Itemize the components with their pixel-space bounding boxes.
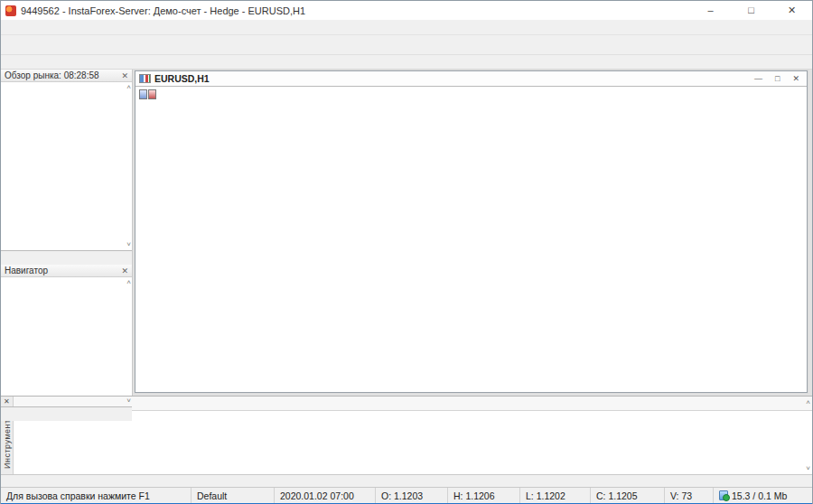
one-click-buy-icon[interactable] <box>148 89 156 99</box>
market-watch-body: ˄ ˅ <box>1 82 132 265</box>
status-volume: V: 73 <box>664 488 713 503</box>
status-traffic: 15.3 / 0.1 Mb <box>713 488 812 503</box>
one-click-trading-icon[interactable] <box>139 89 156 99</box>
chart-close-icon[interactable]: ✕ <box>792 74 799 83</box>
navigator-close-icon[interactable]: ✕ <box>121 266 128 275</box>
title-bar: 9449562 - InstaForex-Server: Демо-счет -… <box>1 1 812 20</box>
toolbox-close-icon[interactable]: ✕ <box>4 397 10 406</box>
calendar-header-row <box>14 397 812 411</box>
market-watch-header: Обзор рынка: 08:28:58 ✕ <box>1 70 132 82</box>
chart-icon <box>139 74 151 83</box>
status-low: L: 1.1202 <box>519 488 590 503</box>
window-controls: – □ ✕ <box>690 1 812 20</box>
status-datetime: 2020.01.02 07:00 <box>274 488 375 503</box>
timeframe-bar <box>1 55 812 70</box>
one-click-sell-icon[interactable] <box>139 89 147 99</box>
window-title: 9449562 - InstaForex-Server: Демо-счет -… <box>21 5 305 16</box>
nav-scroll-down-icon[interactable]: ˅ <box>126 397 131 405</box>
toolbar <box>1 35 812 55</box>
toolbox-side-label: Инструменты <box>3 413 12 469</box>
chart-window-controls: — □ ✕ <box>754 74 803 83</box>
status-open: O: 1.1203 <box>375 488 447 503</box>
market-watch-tabs <box>1 250 132 265</box>
navigator-header: Навигатор ✕ <box>1 265 132 277</box>
price-chart[interactable] <box>136 87 807 392</box>
navigator-title: Навигатор <box>5 266 48 275</box>
status-bar: Для вызова справки нажмите F1 Default 20… <box>1 487 812 503</box>
status-profile[interactable]: Default <box>191 488 274 503</box>
mt5-window: 9449562 - InstaForex-Server: Демо-счет -… <box>0 0 813 504</box>
chart-minimize-icon[interactable]: — <box>754 74 762 83</box>
calendar-table <box>14 397 812 474</box>
chart-window: EURUSD,H1 — □ ✕ <box>135 70 808 393</box>
navigator-tree <box>1 277 132 278</box>
maximize-button[interactable]: □ <box>731 1 771 20</box>
connection-icon <box>719 490 728 500</box>
chart-symbol-label: EURUSD,H1 <box>154 73 210 84</box>
traffic-text: 15.3 / 0.1 Mb <box>732 490 787 501</box>
market-watch-close-icon[interactable]: ✕ <box>121 71 128 80</box>
market-watch-panel: Обзор рынка: 08:28:58 ✕ ˄ ˅ <box>1 70 132 265</box>
calendar-scroll-down-icon[interactable]: ˅ <box>806 464 810 472</box>
workspace: Обзор рынка: 08:28:58 ✕ ˄ ˅ Навигатор ✕ … <box>1 70 812 396</box>
bottom-tab-bar <box>1 474 812 487</box>
minimize-button[interactable]: – <box>690 1 731 20</box>
close-button[interactable]: ✕ <box>771 1 812 20</box>
menu-bar <box>1 20 812 35</box>
app-logo-icon <box>5 5 16 16</box>
scroll-down-icon[interactable]: ˅ <box>126 240 131 248</box>
navigator-tabs <box>1 406 132 421</box>
scroll-up-icon[interactable]: ˄ <box>126 83 131 91</box>
left-panel: Обзор рынка: 08:28:58 ✕ ˄ ˅ Навигатор ✕ … <box>1 70 133 396</box>
nav-scroll-up-icon[interactable]: ˄ <box>126 278 131 286</box>
status-high: H: 1.1206 <box>447 488 519 503</box>
calendar-scroll-up-icon[interactable]: ˄ <box>806 398 810 406</box>
chart-title-bar[interactable]: EURUSD,H1 — □ ✕ <box>136 71 807 87</box>
chart-canvas[interactable] <box>136 87 807 392</box>
chart-maximize-icon[interactable]: □ <box>775 74 780 83</box>
status-help-text: Для вызова справки нажмите F1 <box>1 488 191 503</box>
status-close: C: 1.1205 <box>590 488 664 503</box>
market-watch-title: Обзор рынка: 08:28:58 <box>5 70 99 80</box>
